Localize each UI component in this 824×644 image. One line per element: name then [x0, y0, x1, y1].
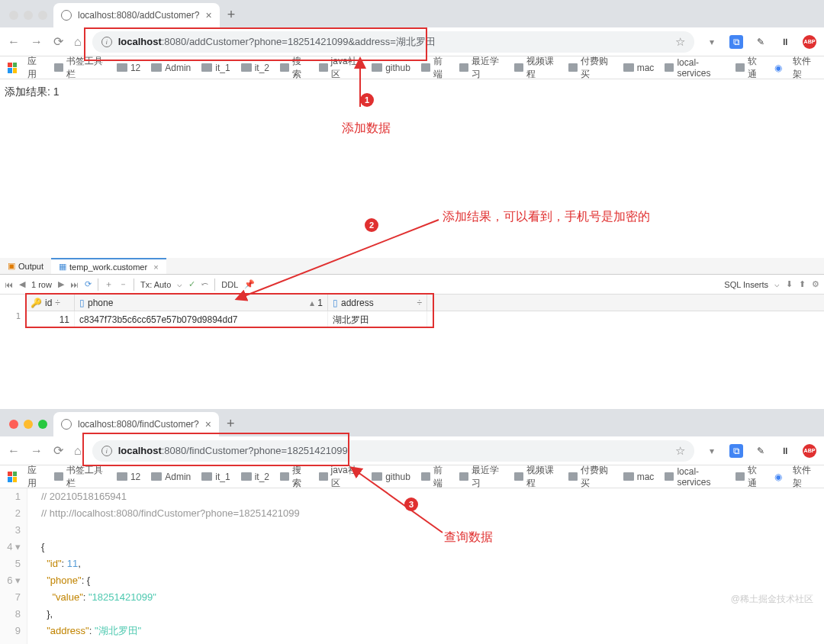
bookmark-item[interactable]: 最近学习: [459, 55, 503, 81]
apps-label[interactable]: 应用: [27, 464, 43, 490]
bookmark-item[interactable]: it_2: [241, 63, 269, 73]
prev-button[interactable]: ◀: [19, 279, 25, 289]
bookmark-item[interactable]: 搜索: [280, 464, 308, 490]
bookmark-item[interactable]: 付费购买: [568, 55, 612, 81]
first-button[interactable]: ⏮: [5, 280, 13, 289]
rollback-button[interactable]: ⤺: [201, 279, 208, 289]
bookmark-item[interactable]: Admin: [151, 63, 191, 73]
bookmark-item[interactable]: 视频课程: [514, 464, 558, 490]
sql-inserts[interactable]: SQL Inserts: [724, 280, 768, 289]
ext-icon[interactable]: ✎: [754, 444, 768, 458]
bookmark-item[interactable]: 12: [117, 472, 140, 482]
bookmark-item[interactable]: ◉: [774, 472, 782, 482]
star-icon[interactable]: ☆: [675, 444, 685, 458]
max-dot[interactable]: [38, 420, 47, 429]
bookmark-item[interactable]: ◉: [774, 63, 782, 73]
info-icon[interactable]: i: [101, 37, 112, 47]
commit-button[interactable]: ✓: [188, 279, 195, 289]
info-icon[interactable]: i: [101, 446, 112, 456]
bookmark-item[interactable]: 软通: [735, 464, 764, 490]
upload-button[interactable]: ⬆: [799, 279, 806, 289]
bookmark-item[interactable]: 软件架: [793, 464, 816, 490]
output-tab[interactable]: ▣Output: [0, 258, 51, 274]
page-content: 添加结果: 1: [0, 79, 824, 105]
ext-icon[interactable]: ✎: [754, 35, 768, 49]
browser-tab[interactable]: localhost:8080/addCustomer? ×: [53, 3, 220, 27]
abp-icon[interactable]: ABP: [803, 35, 816, 49]
export-button[interactable]: ⬇: [786, 279, 793, 289]
new-tab-button[interactable]: +: [219, 416, 243, 436]
min-dot[interactable]: [24, 11, 33, 20]
back-button[interactable]: ←: [8, 35, 20, 49]
bookmark-item[interactable]: 搜索: [280, 55, 308, 81]
max-dot[interactable]: [38, 11, 47, 20]
back-button[interactable]: ←: [8, 444, 20, 458]
bookmark-item[interactable]: 书签工具栏: [54, 55, 106, 81]
bookmark-bar: 应用 书签工具栏 12 Admin it_1 it_2 搜索 java社区 gi…: [0, 56, 824, 79]
home-button[interactable]: ⌂: [74, 444, 82, 458]
home-button[interactable]: ⌂: [74, 35, 82, 49]
abp-icon[interactable]: ABP: [803, 444, 816, 458]
bookmark-item[interactable]: 视频课程: [514, 55, 558, 81]
ext-icon[interactable]: ▾: [705, 35, 719, 49]
bookmark-item[interactable]: local-services: [665, 466, 725, 488]
bookmark-item[interactable]: 最近学习: [459, 464, 503, 490]
apps-icon[interactable]: [8, 63, 17, 73]
ext-icon[interactable]: ⏸: [778, 444, 792, 458]
remove-button[interactable]: －: [119, 279, 127, 290]
bookmark-item[interactable]: it_1: [201, 472, 230, 482]
refresh-button[interactable]: ⟳: [85, 279, 92, 289]
table-tab[interactable]: ▦temp_work.customer×: [51, 258, 166, 274]
url-path: :8080/findCustomer?phone=18251421099: [162, 445, 348, 456]
rows-label: 1 row: [31, 280, 52, 289]
col-phone[interactable]: phone: [88, 298, 113, 308]
apps-icon[interactable]: [8, 472, 17, 482]
col-id[interactable]: id: [45, 298, 52, 308]
last-button[interactable]: ⏭: [70, 280, 79, 289]
tx-label[interactable]: Tx: Auto: [140, 280, 171, 289]
bookmark-item[interactable]: it_2: [241, 472, 269, 482]
browser-tab[interactable]: localhost:8080/findCustomer? ×: [53, 412, 219, 436]
ext-icon[interactable]: ⧉: [729, 444, 743, 458]
new-tab-button[interactable]: +: [220, 7, 243, 27]
tab-title: localhost:8080/findCustomer?: [78, 419, 199, 430]
arrow-2: [237, 217, 443, 304]
apps-label[interactable]: 应用: [27, 55, 43, 81]
bookmark-item[interactable]: 书签工具栏: [54, 464, 106, 490]
add-button[interactable]: ＋: [105, 279, 113, 290]
close-dot[interactable]: [9, 11, 18, 20]
close-dot[interactable]: [9, 420, 18, 429]
ext-icon[interactable]: ⏸: [778, 35, 792, 49]
bookmark-item[interactable]: it_1: [201, 63, 230, 73]
close-icon[interactable]: ×: [205, 9, 211, 21]
forward-button[interactable]: →: [31, 35, 43, 49]
ext-icon[interactable]: ⧉: [729, 35, 743, 49]
table-row[interactable]: 11 c8347f73b5c6cc657e57b079d9894dd7 湖北罗田: [26, 311, 824, 328]
forward-button[interactable]: →: [31, 444, 43, 458]
tab-title: localhost:8080/addCustomer?: [78, 10, 199, 21]
bookmark-item[interactable]: 软通: [735, 55, 764, 81]
bookmark-item[interactable]: mac: [623, 63, 655, 73]
settings-button[interactable]: ⚙: [812, 279, 819, 289]
ddl-label[interactable]: DDL: [221, 280, 238, 289]
bookmark-item[interactable]: 12: [117, 63, 140, 73]
url-bar[interactable]: i localhost:8080/findCustomer?phone=1825…: [92, 440, 694, 462]
min-dot[interactable]: [24, 420, 33, 429]
code-gutter: 1234 ▾56 ▾78910: [0, 488, 27, 644]
row-num: 1: [0, 311, 26, 328]
cell-phone: c8347f73b5c6cc657e57b079d9894dd7: [75, 311, 328, 328]
reload-button[interactable]: ⟳: [53, 34, 63, 49]
bookmark-item[interactable]: Admin: [151, 472, 191, 482]
ext-icon[interactable]: ▾: [705, 444, 719, 458]
close-icon[interactable]: ×: [205, 418, 211, 430]
next-button[interactable]: ▶: [58, 279, 64, 289]
bookmark-item[interactable]: 软件架: [793, 55, 816, 81]
bookmark-item[interactable]: local-services: [665, 57, 725, 79]
bookmark-item[interactable]: github: [372, 63, 410, 73]
bookmark-item[interactable]: 付费购买: [568, 464, 612, 490]
url-bar[interactable]: i localhost:8080/addCustomer?phone=18251…: [92, 31, 694, 53]
star-icon[interactable]: ☆: [675, 35, 685, 49]
bookmark-item[interactable]: mac: [623, 472, 655, 482]
bookmark-item[interactable]: 前端: [421, 55, 449, 81]
reload-button[interactable]: ⟳: [53, 443, 63, 458]
